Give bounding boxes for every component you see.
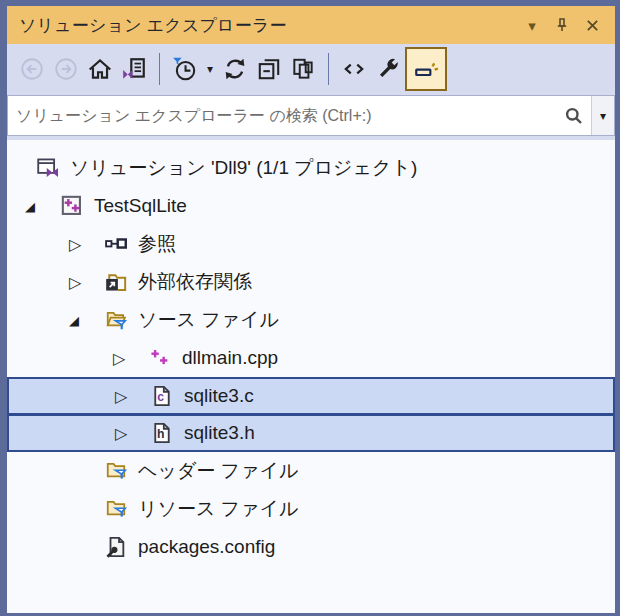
- solution-icon: [37, 157, 59, 179]
- expander-collapsed-icon[interactable]: ▷: [61, 273, 105, 292]
- tree-item-resource-files[interactable]: リソース ファイル: [7, 490, 615, 528]
- tree-item-label: packages.config: [138, 536, 275, 558]
- search-options-dropdown[interactable]: ▾: [591, 96, 614, 135]
- collapse-all-icon: [256, 56, 282, 82]
- panel-title-bar: ソリューション エクスプローラー ▾: [7, 6, 615, 44]
- toolbar-separator: [159, 53, 160, 85]
- expander-collapsed-icon[interactable]: ▷: [105, 349, 149, 368]
- refresh-icon: [222, 56, 248, 82]
- solution-tree: ソリューション 'Dll9' (1/1 プロジェクト) ◢ TestSqlLit…: [7, 140, 615, 613]
- properties-button[interactable]: [371, 50, 405, 88]
- filtered-folder-icon: [105, 498, 127, 520]
- show-all-files-icon: [290, 56, 316, 82]
- pin-button[interactable]: [547, 11, 577, 39]
- refresh-button[interactable]: [218, 50, 252, 88]
- solution-explorer-panel: ソリューション エクスプローラー ▾: [0, 0, 620, 616]
- expander-expanded-icon[interactable]: ◢: [61, 313, 105, 328]
- forward-icon: [53, 56, 79, 82]
- code-brackets-icon: [341, 56, 367, 82]
- cpp-project-icon: [61, 195, 83, 217]
- pin-icon: [554, 17, 570, 33]
- view-code-button[interactable]: [337, 50, 371, 88]
- tree-item-source-files[interactable]: ◢ ソース ファイル: [7, 301, 615, 339]
- cpp-file-icon: [149, 347, 171, 369]
- tree-item-label: ヘッダー ファイル: [138, 458, 298, 484]
- tree-item-label: リソース ファイル: [138, 496, 298, 522]
- window-position-dropdown-button[interactable]: ▾: [517, 11, 547, 39]
- tree-item-header-files[interactable]: ヘッダー ファイル: [7, 452, 615, 490]
- expander-collapsed-icon[interactable]: ▷: [107, 424, 151, 443]
- home-icon: [87, 56, 113, 82]
- preview-selected-items-icon: [413, 56, 439, 82]
- forward-button[interactable]: [49, 50, 83, 88]
- tree-item-sqlite3-h[interactable]: ▷ h sqlite3.h: [7, 414, 615, 452]
- references-icon: [105, 233, 127, 255]
- tree-item-project-testsqllite[interactable]: ◢ TestSqlLite: [7, 187, 615, 225]
- tree-item-dllmain-cpp[interactable]: ▷ dllmain.cpp: [7, 339, 615, 377]
- back-icon: [19, 56, 45, 82]
- switch-views-button[interactable]: [117, 50, 151, 88]
- tree-item-label: sqlite3.h: [184, 422, 255, 444]
- close-icon: [585, 18, 600, 33]
- tree-item-label: ソリューション 'Dll9' (1/1 プロジェクト): [70, 155, 417, 181]
- c-file-icon: c: [151, 385, 173, 407]
- pending-changes-filter-icon: [172, 56, 198, 82]
- svg-text:h: h: [157, 427, 164, 441]
- search-box: ▾: [7, 95, 615, 136]
- tree-item-label: TestSqlLite: [94, 195, 187, 217]
- tree-item-label: ソース ファイル: [138, 307, 279, 333]
- tree-item-label: 外部依存関係: [138, 269, 252, 295]
- tree-item-external-dependencies[interactable]: ▷ 外部依存関係: [7, 263, 615, 301]
- pending-changes-filter-button[interactable]: [168, 50, 202, 88]
- show-all-files-button[interactable]: [286, 50, 320, 88]
- chevron-down-icon: ▾: [600, 109, 606, 123]
- search-input[interactable]: [8, 96, 557, 135]
- search-icon[interactable]: [557, 96, 591, 135]
- expander-collapsed-icon[interactable]: ▷: [107, 387, 151, 406]
- filtered-open-folder-icon: [105, 309, 127, 331]
- tree-item-sqlite3-c[interactable]: ▷ c sqlite3.c: [7, 377, 615, 415]
- search-row: ▾: [7, 94, 615, 140]
- close-button[interactable]: [577, 11, 607, 39]
- filter-dropdown-button[interactable]: ▾: [202, 50, 218, 88]
- back-button[interactable]: [15, 50, 49, 88]
- config-file-icon: [105, 536, 127, 558]
- toolbar-separator: [328, 53, 329, 85]
- tree-item-solution[interactable]: ソリューション 'Dll9' (1/1 プロジェクト): [7, 149, 615, 187]
- filtered-folder-icon: [105, 460, 127, 482]
- switch-views-icon: [121, 56, 147, 82]
- chevron-down-icon: ▾: [528, 18, 536, 33]
- tree-item-packages-config[interactable]: packages.config: [7, 528, 615, 566]
- wrench-icon: [375, 56, 401, 82]
- svg-text:c: c: [157, 390, 164, 404]
- tree-item-label: 参照: [138, 231, 176, 257]
- collapse-all-button[interactable]: [252, 50, 286, 88]
- external-dependencies-icon: [105, 271, 127, 293]
- chevron-down-icon: ▾: [207, 62, 213, 76]
- preview-selected-items-button[interactable]: [405, 47, 447, 91]
- solution-explorer-toolbar: ▾: [7, 44, 615, 94]
- expander-collapsed-icon[interactable]: ▷: [61, 235, 105, 254]
- expander-expanded-icon[interactable]: ◢: [17, 199, 61, 214]
- home-button[interactable]: [83, 50, 117, 88]
- tree-item-label: dllmain.cpp: [182, 347, 278, 369]
- h-file-icon: h: [151, 422, 173, 444]
- tree-item-label: sqlite3.c: [184, 385, 254, 407]
- tree-item-references[interactable]: ▷ 参照: [7, 225, 615, 263]
- panel-title: ソリューション エクスプローラー: [19, 14, 517, 37]
